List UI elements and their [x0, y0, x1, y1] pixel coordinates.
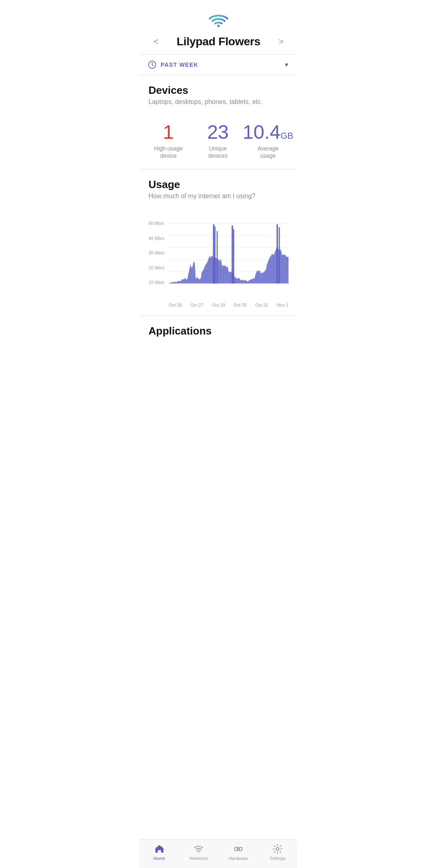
svg-rect-9: [213, 224, 214, 284]
usage-chart: [169, 220, 289, 289]
stat-average-usage: 10.4GB Averageusage: [243, 122, 293, 159]
y-label-30: 30 Mb/s: [148, 250, 169, 255]
svg-rect-10: [214, 227, 216, 284]
prev-arrow[interactable]: <: [149, 35, 163, 49]
unique-devices-value: 23: [193, 122, 242, 143]
y-label-50: 50 Mb/s: [148, 221, 169, 226]
devices-section: Devices Laptops, desktops, phones, table…: [140, 75, 297, 118]
svg-rect-12: [231, 225, 233, 283]
high-usage-value: 1: [144, 122, 193, 143]
x-label-oct30: Oct 30: [233, 303, 246, 307]
period-left: PAST WEEK: [148, 60, 198, 69]
svg-rect-15: [279, 227, 280, 284]
wifi-header: [140, 0, 297, 32]
usage-title: Usage: [148, 178, 289, 191]
y-label-40: 40 Mb/s: [148, 236, 169, 241]
stats-row: 1 High usagedevice 23 Uniquedevices 10.4…: [140, 118, 297, 169]
settings-icon: [272, 844, 283, 854]
chevron-down-icon: ▼: [284, 61, 289, 68]
svg-rect-11: [216, 231, 218, 284]
period-label: PAST WEEK: [161, 61, 198, 68]
devices-title: Devices: [148, 84, 289, 97]
applications-section: Applications: [140, 316, 297, 379]
nav-row: < Lilypad Flowers >: [140, 32, 297, 54]
svg-point-16: [198, 852, 199, 853]
stat-high-usage: 1 High usagedevice: [144, 122, 193, 159]
wifi-icon: [208, 11, 229, 28]
nav-networks[interactable]: Networks: [179, 844, 219, 861]
networks-icon: [193, 844, 204, 854]
devices-subtitle: Laptops, desktops, phones, tablets, etc.: [148, 98, 289, 106]
home-icon: [154, 844, 165, 854]
next-arrow[interactable]: >: [274, 35, 288, 49]
hardware-icon: [233, 844, 244, 854]
average-usage-label: Averageusage: [243, 145, 293, 159]
x-label-oct26: Oct 26: [169, 303, 182, 307]
svg-rect-13: [233, 229, 234, 284]
nav-home-label: Home: [153, 856, 165, 861]
usage-subtitle: How much of my internet am I using?: [148, 193, 289, 200]
page-title: Lilypad Flowers: [176, 35, 260, 48]
usage-section: Usage How much of my internet am I using…: [140, 169, 297, 212]
svg-rect-14: [276, 224, 278, 284]
svg-point-0: [217, 25, 220, 27]
average-usage-value: 10.4GB: [243, 122, 293, 143]
clock-icon: [148, 60, 157, 69]
nav-settings-label: Settings: [269, 856, 286, 861]
nav-hardware-label: Hardware: [229, 856, 248, 861]
y-label-20: 20 Mb/s: [148, 265, 169, 270]
bottom-nav: Home Networks Hardware Settings: [140, 839, 297, 868]
chart-container: 50 Mb/s 40 Mb/s 30 Mb/s 20 Mb/s 10 Mb/s: [148, 220, 289, 301]
nav-home[interactable]: Home: [140, 844, 179, 861]
svg-rect-18: [237, 848, 240, 850]
chart-section: 50 Mb/s 40 Mb/s 30 Mb/s 20 Mb/s 10 Mb/s: [140, 212, 297, 315]
svg-point-19: [276, 848, 279, 851]
nav-hardware[interactable]: Hardware: [218, 844, 258, 861]
svg-marker-8: [169, 246, 289, 284]
y-label-10: 10 Mb/s: [148, 280, 169, 285]
x-label-oct31: Oct 31: [255, 303, 268, 307]
nav-settings[interactable]: Settings: [258, 844, 298, 861]
x-label-nov1: Nov 1: [277, 303, 289, 307]
unique-devices-label: Uniquedevices: [193, 145, 242, 159]
period-selector[interactable]: PAST WEEK ▼: [140, 55, 297, 75]
x-label-oct29: Oct 29: [212, 303, 225, 307]
applications-title: Applications: [148, 325, 289, 337]
high-usage-label: High usagedevice: [144, 145, 193, 159]
nav-networks-label: Networks: [189, 856, 208, 861]
x-label-oct27: Oct 27: [190, 303, 203, 307]
stat-unique-devices: 23 Uniquedevices: [193, 122, 242, 159]
